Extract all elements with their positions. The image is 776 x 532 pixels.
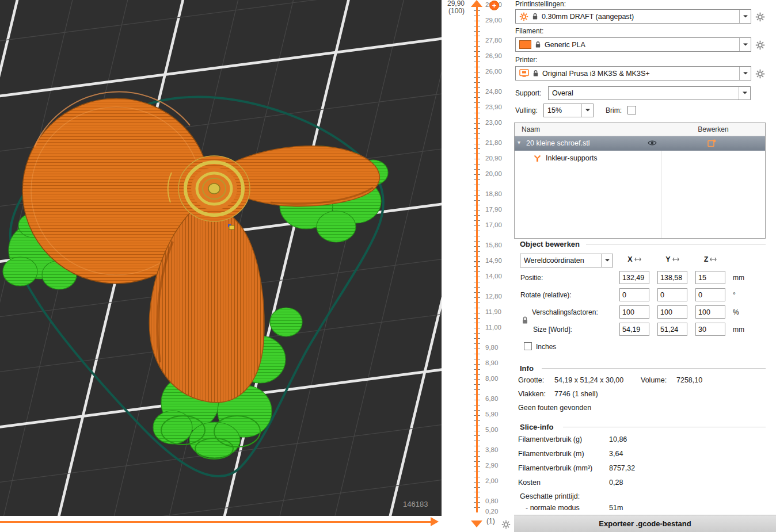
horizontal-slider-arrow-icon[interactable] xyxy=(431,517,439,526)
object-row-sub-item[interactable]: Inkleur-supports xyxy=(515,151,765,166)
bottom-layer-index: (1) xyxy=(486,517,495,525)
chevron-down-icon xyxy=(601,254,613,267)
coordinate-system-select[interactable]: Wereldcoördinaten xyxy=(520,254,613,267)
edit-printer-button[interactable] xyxy=(755,69,765,79)
layer-tick-label: 21,80 xyxy=(485,139,502,146)
layer-tick-label: 29,00 xyxy=(485,17,502,24)
layer-tick-label: 24,80 xyxy=(485,88,502,95)
layer-tick-label: 5,00 xyxy=(485,426,498,433)
sub-item-name: Inkleur-supports xyxy=(546,154,598,162)
printable-toggle-icon[interactable] xyxy=(707,139,716,149)
expand-chevron-icon[interactable]: ▾ xyxy=(518,139,520,146)
object-list-header: Naam Bewerken xyxy=(515,123,765,136)
size-label: Size [World]: xyxy=(533,326,572,334)
axis-z-header: Z xyxy=(695,255,725,263)
coordinate-system-value: Wereldcoördinaten xyxy=(524,257,598,265)
object-row-selected[interactable]: ▾ 20 kleine schroef.stl xyxy=(515,136,765,151)
slider-down-arrow-icon[interactable] xyxy=(471,520,482,527)
layer-tick-label: 11,90 xyxy=(485,308,501,315)
filament-value: Generic PLA xyxy=(545,41,736,49)
layer-tick-label: 14,90 xyxy=(485,257,502,264)
position-y-input[interactable] xyxy=(657,271,687,284)
printer-label: Printer: xyxy=(515,56,538,64)
layer-tick-label: 2,00 xyxy=(485,477,498,484)
vertical-slider-track[interactable] xyxy=(476,5,478,512)
normal-mode-value: 51m xyxy=(609,504,623,512)
filament-mm3-label: Filamentverbruik (mm³) xyxy=(518,464,592,472)
horizontal-move-slider[interactable] xyxy=(0,516,442,532)
size-z-input[interactable] xyxy=(695,323,725,336)
scale-y-input[interactable] xyxy=(657,305,687,319)
slider-settings-gear-icon[interactable] xyxy=(501,520,512,531)
column-edit-header: Bewerken xyxy=(661,125,766,133)
volume-label: Volume: xyxy=(641,376,667,384)
brim-checkbox[interactable] xyxy=(627,106,636,114)
chevron-down-icon xyxy=(581,104,593,117)
size-y-input[interactable] xyxy=(657,323,687,336)
layer-tick-label: 14,00 xyxy=(485,273,502,280)
section-divider xyxy=(542,368,766,369)
axis-y-mirror-icon xyxy=(672,257,679,262)
section-divider xyxy=(586,244,766,244)
facets-label: Vlakken: xyxy=(518,390,546,398)
print-settings-select[interactable]: 0.30mm DRAFT (aangepast) xyxy=(515,9,751,24)
vertical-layer-slider[interactable]: 29,90 (100) + 29,9029,0027,8026,9026,002… xyxy=(442,0,514,532)
printer-select[interactable]: Original Prusa i3 MK3S & MK3S+ xyxy=(515,66,751,81)
layer-tick-label: 2,90 xyxy=(485,462,498,469)
info-title: Info xyxy=(520,364,534,373)
edit-filament-button[interactable] xyxy=(755,40,765,50)
layer-tick-label: 26,00 xyxy=(485,68,502,75)
layer-tick-label: 12,80 xyxy=(485,293,502,300)
chevron-down-icon xyxy=(739,38,751,51)
3d-viewport[interactable]: 146183 xyxy=(0,0,442,516)
size-x-input[interactable] xyxy=(619,323,649,336)
axis-x-mirror-icon xyxy=(634,257,641,262)
axis-z-mirror-icon xyxy=(710,257,717,262)
position-x-input[interactable] xyxy=(619,271,649,284)
support-select[interactable]: Overal xyxy=(548,86,751,100)
visibility-eye-icon[interactable] xyxy=(648,140,657,148)
layer-tick-label: 8,00 xyxy=(485,375,498,382)
export-gcode-button[interactable]: Exporteer .gcode-bestand xyxy=(514,515,776,532)
position-z-input[interactable] xyxy=(695,271,725,284)
layer-tick-label: 6,80 xyxy=(485,395,498,402)
scale-unit: % xyxy=(733,308,739,316)
object-list: Naam Bewerken ▾ 20 kleine schroef.stl In… xyxy=(514,123,766,239)
inches-checkbox[interactable] xyxy=(524,342,532,350)
layer-tick-label: 26,90 xyxy=(485,52,502,59)
rotate-z-input[interactable] xyxy=(695,288,725,301)
scale-x-input[interactable] xyxy=(619,305,649,319)
uniform-scale-lock-icon[interactable] xyxy=(522,316,528,327)
filament-g-label: Filamentverbruik (g) xyxy=(518,435,582,443)
errors-value: Geen fouten gevonden xyxy=(518,404,591,412)
scale-z-input[interactable] xyxy=(695,305,725,319)
layer-tick-label: 27,80 xyxy=(485,37,502,44)
current-layer-index: (100) xyxy=(442,7,465,15)
edit-print-settings-button[interactable] xyxy=(755,12,765,22)
filament-m-value: 3,64 xyxy=(609,450,623,458)
rotate-x-input[interactable] xyxy=(619,288,649,301)
filament-label: Filament: xyxy=(515,27,543,35)
layer-tick-label: 5,90 xyxy=(485,411,498,418)
scale-label: Verschalingsfactoren: xyxy=(532,308,598,316)
rotate-y-input[interactable] xyxy=(657,288,687,301)
filament-g-value: 10,86 xyxy=(609,435,627,443)
lock-icon xyxy=(532,70,539,77)
layer-tick-label: 11,00 xyxy=(485,324,501,331)
print-settings-gear-icon xyxy=(519,12,528,21)
infill-select[interactable]: 15% xyxy=(543,104,594,117)
print-time-title: Geschatte printtijd: xyxy=(520,492,580,500)
horizontal-slider-track[interactable] xyxy=(0,521,431,523)
layer-tick-label: 20,00 xyxy=(485,170,502,177)
filament-select[interactable]: Generic PLA xyxy=(515,37,751,52)
volume-value: 7258,10 xyxy=(676,376,702,384)
object-name: 20 kleine schroef.stl xyxy=(526,139,589,147)
filament-mm3-value: 8757,32 xyxy=(609,464,635,472)
settings-panel: Printinstellingen: 0.30mm DRAFT (aangepa… xyxy=(514,0,776,532)
slider-up-arrow-icon[interactable] xyxy=(471,0,482,7)
size-unit: mm xyxy=(733,326,744,334)
layer-tick-label: 23,00 xyxy=(485,119,502,126)
add-color-change-button[interactable]: + xyxy=(489,1,499,10)
print-settings-label: Printinstellingen: xyxy=(515,0,566,8)
manipulation-title: Object bewerken xyxy=(520,240,580,248)
